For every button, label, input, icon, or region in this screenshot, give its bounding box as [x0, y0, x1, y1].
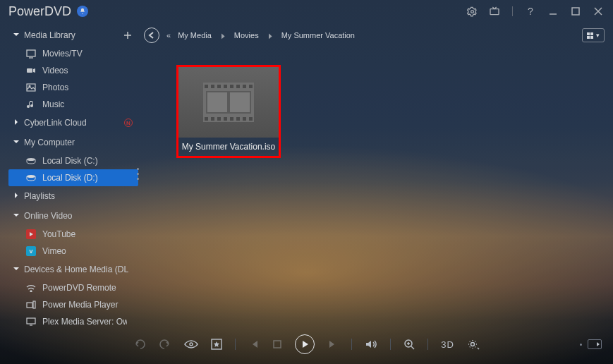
close-icon[interactable]: [592, 5, 605, 18]
sidebar-item-photos[interactable]: Photos: [8, 79, 138, 96]
svg-rect-18: [27, 318, 35, 324]
vimeo-icon: v: [25, 245, 37, 257]
add-icon[interactable]: [121, 29, 134, 42]
help-icon[interactable]: ?: [524, 5, 537, 18]
svg-rect-16: [27, 303, 32, 308]
svg-point-27: [471, 343, 474, 346]
breadcrumb-toolbar: « My Media ▶ Movies ▶ My Summer Vacation…: [144, 25, 605, 45]
sidebar-item-vimeo[interactable]: v Vimeo: [8, 243, 138, 260]
sidebar-section-online-video[interactable]: Online Video: [8, 206, 138, 226]
minimize-icon[interactable]: [547, 5, 559, 18]
chevron-right-icon: [13, 119, 20, 126]
svg-rect-17: [33, 301, 35, 308]
item-label: Music: [42, 99, 64, 109]
redo-icon[interactable]: [159, 338, 171, 351]
breadcrumb-separator-icon: ▶: [221, 32, 224, 40]
item-label: Power Media Player: [42, 300, 118, 310]
mini-player-icon[interactable]: [588, 339, 602, 349]
chevron-right-icon: [13, 192, 20, 199]
device-icon: [25, 299, 37, 310]
more-settings-icon[interactable]: [467, 339, 480, 350]
maximize-icon[interactable]: [569, 5, 582, 18]
sidebar-item-power-media-player[interactable]: Power Media Player: [8, 296, 138, 313]
svg-rect-3: [572, 8, 579, 15]
volume-icon[interactable]: [365, 339, 377, 350]
item-label: YouTube: [42, 229, 75, 239]
svg-rect-1: [490, 9, 499, 15]
sidebar-item-youtube[interactable]: YouTube: [8, 226, 138, 243]
back-button[interactable]: [144, 28, 159, 43]
svg-rect-11: [27, 84, 35, 91]
file-thumbnail: [178, 67, 279, 138]
sidebar-section-my-computer[interactable]: My Computer: [8, 133, 138, 152]
playback-bar: 3D: [0, 324, 613, 364]
svg-rect-22: [274, 341, 281, 348]
section-label: Devices & Home Media (DL: [24, 265, 128, 274]
sidebar: Media Library Movies/TV Videos Photos Mu…: [8, 23, 138, 324]
svg-rect-10: [27, 68, 32, 73]
section-label: Online Video: [24, 211, 73, 221]
settings-icon[interactable]: [466, 5, 478, 18]
music-icon: [25, 99, 37, 110]
item-label: Local Disk (D:): [42, 173, 98, 183]
content-area: « My Media ▶ Movies ▶ My Summer Vacation…: [138, 23, 613, 324]
breadcrumb-item[interactable]: My Summer Vacation: [281, 31, 355, 40]
section-label: Playlists: [24, 191, 55, 201]
sidebar-section-media-library[interactable]: Media Library: [8, 25, 138, 45]
chevron-down-icon: [13, 212, 20, 219]
sidebar-item-local-disk-d[interactable]: Local Disk (D:): [8, 169, 138, 186]
sidebar-item-videos[interactable]: Videos: [8, 62, 138, 79]
section-label: Media Library: [24, 30, 75, 40]
view-mode-button[interactable]: ▾: [582, 28, 605, 42]
dot-icon: [580, 344, 582, 346]
photo-icon: [25, 82, 37, 93]
3d-button[interactable]: 3D: [441, 339, 454, 350]
notification-icon[interactable]: [77, 6, 88, 17]
new-badge: N: [124, 119, 133, 127]
chevron-down-icon: ▾: [596, 32, 600, 39]
sidebar-section-devices[interactable]: Devices & Home Media (DL: [8, 260, 138, 279]
history-back-icon[interactable]: «: [166, 31, 171, 40]
star-box-icon[interactable]: [211, 339, 222, 350]
next-icon[interactable]: [327, 339, 339, 350]
zoom-icon[interactable]: [403, 339, 415, 350]
svg-point-14: [27, 175, 35, 178]
svg-point-0: [471, 10, 473, 13]
tv-icon: [25, 48, 37, 59]
disk-icon: [25, 155, 37, 166]
chevron-down-icon: [13, 138, 20, 145]
drag-handle-icon[interactable]: [137, 168, 139, 180]
video-icon: [25, 65, 37, 76]
breadcrumb-separator-icon: ▶: [268, 32, 272, 40]
item-label: Local Disk (C:): [42, 156, 98, 166]
eye-icon[interactable]: [184, 339, 198, 349]
undo-icon[interactable]: [133, 338, 146, 351]
youtube-icon: [25, 229, 37, 240]
section-label: My Computer: [24, 138, 75, 147]
sidebar-item-local-disk-c[interactable]: Local Disk (C:): [8, 152, 138, 169]
title-bar: PowerDVD ?: [0, 0, 613, 23]
svg-line-24: [411, 346, 414, 349]
breadcrumb-item[interactable]: My Media: [178, 31, 212, 40]
breadcrumb-item[interactable]: Movies: [234, 31, 259, 40]
wifi-icon: [25, 282, 37, 293]
file-name-label: My Summer Vacation.iso: [182, 138, 276, 156]
sidebar-section-playlists[interactable]: Playlists: [8, 186, 138, 206]
previous-icon[interactable]: [248, 339, 260, 350]
svg-point-15: [30, 291, 32, 292]
sidebar-item-powerdvd-remote[interactable]: PowerDVD Remote: [8, 279, 138, 296]
app-title: PowerDVD: [8, 4, 71, 19]
tv-mode-icon[interactable]: [488, 5, 501, 18]
file-item[interactable]: My Summer Vacation.iso: [176, 65, 281, 158]
section-label: CyberLink Cloud: [24, 118, 87, 128]
chevron-down-icon: [13, 31, 20, 38]
item-label: Videos: [42, 66, 68, 75]
grid-icon: [587, 32, 593, 39]
sidebar-item-music[interactable]: Music: [8, 96, 138, 113]
svg-rect-8: [27, 50, 35, 56]
stop-icon[interactable]: [272, 339, 282, 349]
svg-point-20: [190, 343, 193, 346]
play-button[interactable]: [295, 334, 315, 354]
sidebar-item-movies-tv[interactable]: Movies/TV: [8, 45, 138, 62]
sidebar-section-cyberlink-cloud[interactable]: CyberLink Cloud N: [8, 113, 138, 133]
